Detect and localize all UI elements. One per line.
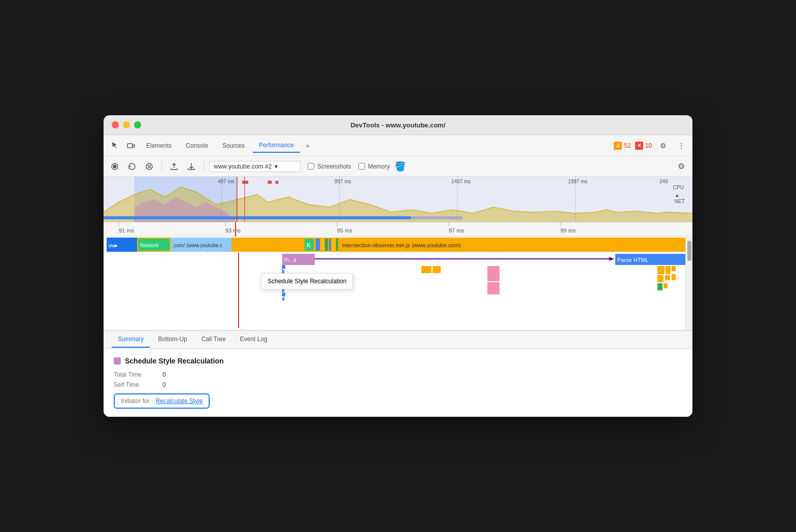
error-badge: ✕ 10 (635, 142, 652, 150)
svg-rect-64 (282, 265, 285, 269)
svg-text:CPU: CPU (673, 185, 684, 190)
memory-checkbox-label[interactable]: Memory (358, 163, 390, 170)
more-options-icon[interactable]: ⋮ (674, 139, 688, 153)
more-tabs[interactable]: » (302, 140, 314, 151)
tooltip: Schedule Style Recalculation (261, 273, 353, 289)
warning-count: 52 (624, 142, 631, 149)
svg-rect-56 (665, 275, 670, 280)
event-color-indicator (114, 357, 121, 364)
reload-profile-button[interactable] (125, 159, 139, 174)
svg-rect-1 (132, 145, 135, 147)
minimize-button[interactable] (123, 121, 130, 128)
tab-elements[interactable]: Elements (140, 139, 178, 152)
svg-text:.com/ (www.youtube.c: .com/ (www.youtube.c (173, 243, 222, 248)
title-bar: DevTools - www.youtube.com/ (104, 115, 692, 135)
svg-rect-55 (657, 275, 664, 282)
svg-rect-13 (242, 181, 248, 184)
svg-text:NET: NET (675, 198, 685, 204)
devtools-window: DevTools - www.youtube.com/ Elements Con… (104, 115, 692, 417)
warning-badge: ⚠ 52 (614, 142, 631, 150)
self-time-value: 0 (162, 381, 166, 388)
svg-text:K: K (307, 242, 311, 248)
total-time-row: Total Time 0 (114, 371, 682, 378)
marker-997: 997 ms (335, 179, 351, 184)
svg-text:▲: ▲ (675, 192, 680, 198)
clear-button[interactable] (142, 159, 156, 174)
screenshots-checkbox[interactable] (308, 163, 314, 170)
upload-button[interactable] (167, 159, 181, 174)
initiator-container: Initiator for Recalculate Style (114, 391, 682, 409)
marker-1497: 1497 ms (451, 179, 471, 184)
svg-text:Network: Network (140, 243, 159, 248)
svg-marker-49 (609, 257, 614, 261)
settings-icon[interactable]: ⚙ (656, 139, 670, 153)
tab-summary[interactable]: Summary (112, 331, 150, 348)
tab-sources[interactable]: Sources (216, 139, 251, 152)
recording-selector[interactable]: www.youtube.com #2 ▾ (209, 161, 301, 172)
svg-rect-38 (316, 239, 320, 251)
initiator-row: Initiator for Recalculate Style (114, 393, 210, 409)
svg-point-3 (113, 164, 117, 168)
tab-event-log[interactable]: Event Log (234, 331, 274, 348)
toolbar-divider-2 (204, 161, 204, 172)
warning-icon: ⚠ (614, 142, 622, 150)
maximize-button[interactable] (134, 121, 141, 128)
svg-rect-54 (672, 266, 676, 271)
garbage-collect-button[interactable]: 🪣 (393, 159, 407, 174)
marker-497: 497 ms (218, 179, 235, 184)
initiator-link[interactable]: Recalculate Style (156, 397, 203, 405)
record-button[interactable] (108, 159, 122, 174)
cursor-icon[interactable] (108, 139, 122, 153)
flame-chart-svg: ww▶ Network .com/ (www.youtube.c K (104, 237, 692, 328)
tab-console[interactable]: Console (180, 139, 214, 152)
svg-rect-10 (411, 216, 462, 219)
svg-rect-70 (282, 292, 285, 296)
svg-text:Pr...d: Pr...d (284, 257, 296, 263)
toolbar-settings-icon[interactable]: ⚙ (674, 159, 688, 174)
svg-rect-39 (321, 239, 324, 251)
download-button[interactable] (184, 159, 198, 174)
memory-checkbox[interactable] (358, 163, 365, 170)
svg-text:ww▶: ww▶ (109, 243, 118, 248)
svg-rect-73 (433, 266, 441, 273)
tab-right-icons: ⚠ 52 ✕ 10 ⚙ ⋮ (614, 139, 688, 153)
recording-label: www.youtube.com #2 (214, 163, 272, 170)
ruler-ticks (104, 222, 692, 237)
svg-rect-9 (104, 216, 411, 219)
tabs-bar: Elements Console Sources Performance » ⚠… (104, 135, 692, 156)
svg-rect-57 (672, 274, 676, 280)
tab-bottom-up[interactable]: Bottom-Up (152, 331, 193, 348)
screenshots-label: Screenshots (317, 163, 351, 170)
total-time-label: Total Time (114, 371, 154, 378)
tooltip-text: Schedule Style Recalculation (268, 278, 346, 285)
scrollbar-thumb[interactable] (687, 241, 691, 261)
svg-rect-58 (657, 283, 662, 290)
timeline-container: CPU ▲ NET 497 ms 997 ms 1497 ms 1997 ms … (104, 177, 692, 330)
svg-rect-41 (329, 239, 331, 251)
timeline-overview[interactable]: CPU ▲ NET 497 ms 997 ms 1497 ms 1997 ms … (104, 177, 692, 222)
self-time-label: Self Time (114, 381, 154, 388)
self-time-row: Self Time 0 (114, 381, 682, 388)
window-controls (112, 121, 141, 128)
svg-rect-42 (332, 239, 335, 251)
dropdown-arrow: ▾ (275, 163, 278, 170)
window-title: DevTools - www.youtube.com/ (350, 121, 445, 129)
error-count: 10 (645, 142, 652, 149)
initiator-label: Initiator for (121, 397, 150, 405)
timeline-chart: CPU ▲ NET (104, 177, 692, 222)
memory-label: Memory (368, 163, 390, 170)
svg-rect-53 (666, 266, 671, 274)
tab-call-tree[interactable]: Call Tree (195, 331, 232, 348)
svg-rect-61 (487, 282, 500, 294)
bottom-tabs: Summary Bottom-Up Call Tree Event Log (104, 330, 692, 349)
timeline-ruler: 91 ms 93 ms 95 ms 97 ms 99 ms (104, 222, 692, 237)
toolbar-divider-1 (161, 161, 162, 172)
screenshots-checkbox-label[interactable]: Screenshots (308, 163, 351, 170)
device-toolbar-icon[interactable] (124, 139, 138, 153)
svg-rect-72 (421, 266, 432, 273)
error-icon: ✕ (635, 142, 643, 150)
tab-performance[interactable]: Performance (253, 139, 300, 153)
close-button[interactable] (112, 121, 119, 128)
svg-rect-52 (657, 266, 665, 274)
scrollbar[interactable] (685, 237, 692, 330)
